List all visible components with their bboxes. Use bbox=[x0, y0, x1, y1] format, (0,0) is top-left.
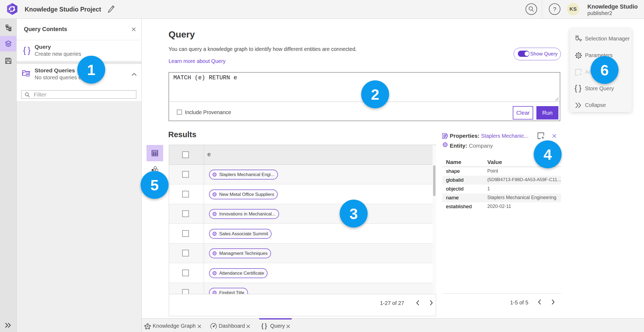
svg-text:?: ? bbox=[553, 6, 556, 13]
